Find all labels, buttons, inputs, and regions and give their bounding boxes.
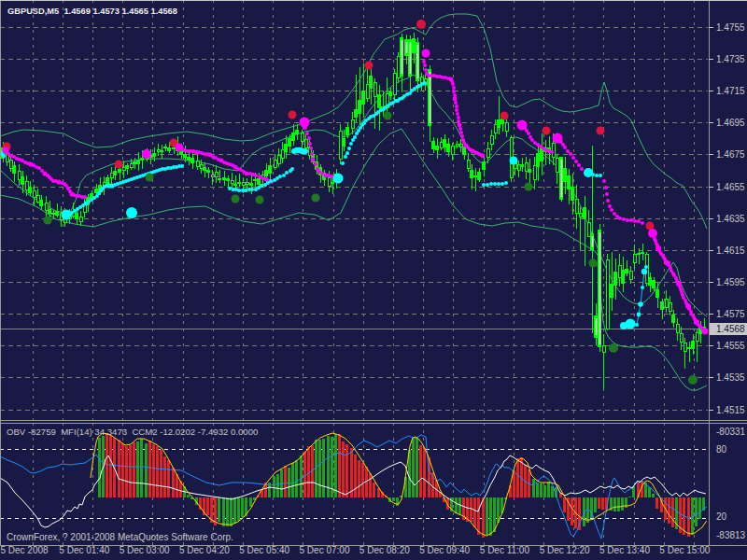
svg-text:1.4715: 1.4715: [716, 86, 745, 96]
svg-text:5 Dec 01:40: 5 Dec 01:40: [59, 545, 109, 555]
svg-text:5 Dec 15:00: 5 Dec 15:00: [659, 545, 710, 555]
svg-text:1.4655: 1.4655: [716, 182, 745, 192]
svg-text:OBV -82759 MFI(14) 34.3473 C: OBV -82759 MFI(14) 34.3473 CCM2 -12.0202…: [7, 427, 258, 437]
svg-text:1.4515: 1.4515: [716, 405, 745, 415]
svg-text:1.4675: 1.4675: [716, 149, 745, 160]
svg-text:5 Dec 13:40: 5 Dec 13:40: [599, 545, 650, 555]
svg-text:1.4695: 1.4695: [716, 118, 745, 128]
svg-text:1.4535: 1.4535: [716, 372, 745, 383]
svg-text:5 Dec 12:20: 5 Dec 12:20: [540, 545, 590, 555]
svg-text:1.4635: 1.4635: [716, 214, 745, 224]
svg-text:1.4735: 1.4735: [716, 54, 745, 64]
svg-text:5 Dec 2008: 5 Dec 2008: [0, 545, 49, 555]
svg-text:5 Dec 03:00: 5 Dec 03:00: [120, 545, 170, 555]
svg-text:1.4615: 1.4615: [716, 245, 745, 256]
svg-text:5 Dec 07:00: 5 Dec 07:00: [300, 545, 350, 555]
svg-text:5 Dec 11:00: 5 Dec 11:00: [480, 545, 530, 555]
svg-text:CrownForex, ? 2001-2008 MetaQu: CrownForex, ? 2001-2008 MetaQuotes Softw…: [7, 532, 233, 542]
svg-text:1.4595: 1.4595: [716, 277, 745, 287]
svg-text:80: 80: [716, 444, 727, 455]
svg-text:GBPUSD,M5 1.4569 1.4573 1.456: GBPUSD,M5 1.4569 1.4573 1.4565 1.4568: [7, 7, 177, 16]
svg-text:1.4575: 1.4575: [716, 309, 745, 319]
svg-text:1.4555: 1.4555: [716, 341, 745, 351]
svg-text:5 Dec 05:40: 5 Dec 05:40: [239, 545, 289, 555]
svg-text:1.4755: 1.4755: [716, 22, 745, 33]
svg-text:-83813: -83813: [716, 530, 746, 540]
svg-text:5 Dec 08:20: 5 Dec 08:20: [359, 545, 410, 555]
svg-text:-80331: -80331: [716, 427, 746, 437]
svg-text:5 Dec 04:20: 5 Dec 04:20: [179, 545, 230, 555]
svg-text:5 Dec 09:40: 5 Dec 09:40: [419, 545, 470, 555]
svg-text:20: 20: [716, 511, 727, 522]
svg-text:1.4568: 1.4568: [716, 324, 745, 334]
